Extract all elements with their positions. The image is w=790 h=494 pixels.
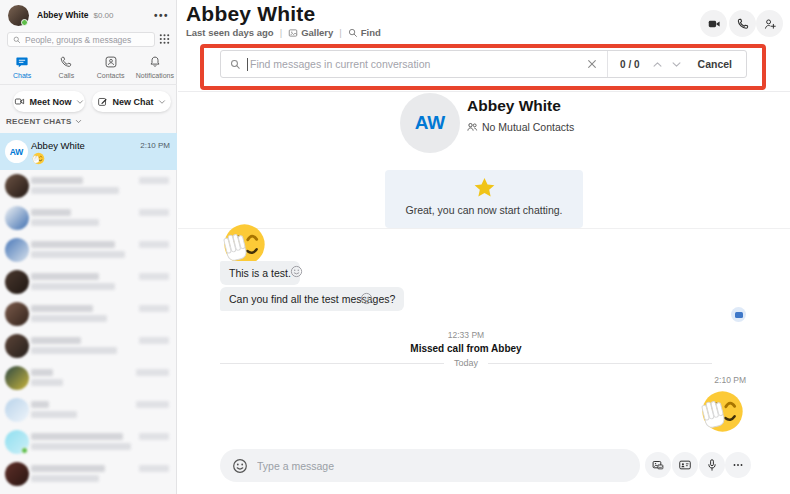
audio-call-button[interactable] <box>729 10 756 37</box>
redacted-time-bar <box>139 433 169 440</box>
chat-list-item-blurred[interactable] <box>0 426 177 458</box>
add-reaction-icon[interactable] <box>360 292 373 305</box>
chat-list-item-blurred[interactable] <box>0 266 177 298</box>
nav-label: Calls <box>59 72 75 79</box>
message-composer <box>220 449 640 482</box>
presence-dot-icon <box>21 447 28 454</box>
text-caret <box>247 58 248 71</box>
search-icon <box>230 59 241 70</box>
message-input[interactable] <box>257 460 628 472</box>
chevron-down-icon <box>76 98 84 106</box>
chat-list-item-blurred[interactable] <box>0 362 177 394</box>
find-label: Find <box>361 27 381 38</box>
find-link[interactable]: Find <box>348 27 381 38</box>
recent-chats-label: RECENT CHATS <box>6 117 72 126</box>
redacted-time-bar <box>139 337 169 344</box>
add-person-icon <box>763 17 777 31</box>
avatar: AW <box>5 140 28 163</box>
emoji-picker-icon[interactable] <box>232 458 248 474</box>
chat-list-item-selected[interactable]: AW Abbey White 2:10 PM <box>0 133 177 170</box>
avatar <box>5 302 29 326</box>
chat-list-blurred <box>0 170 177 490</box>
next-match-icon[interactable] <box>671 59 682 70</box>
profile-name[interactable]: Abbey White <box>37 10 88 20</box>
send-contact-button[interactable] <box>672 452 698 478</box>
message-bubble[interactable]: This is a test. <box>220 261 300 285</box>
chat-time: 2:10 PM <box>140 141 170 150</box>
new-chat-label: New Chat <box>112 97 153 107</box>
redacted-time-bar <box>136 369 169 376</box>
avatar <box>5 398 29 422</box>
conversation-title: Abbey White <box>186 2 315 26</box>
nav-tab-notifications[interactable]: Notifications <box>133 55 177 79</box>
nav-tab-calls[interactable]: Calls <box>44 55 88 79</box>
chat-list-item-blurred[interactable] <box>0 458 177 490</box>
chat-list-item-blurred[interactable] <box>0 202 177 234</box>
date-divider: Today <box>220 358 712 368</box>
redacted-time-bar <box>139 209 169 216</box>
avatar <box>5 334 29 358</box>
voice-message-button[interactable] <box>699 452 725 478</box>
sidebar-search[interactable] <box>7 32 155 47</box>
nav-label: Notifications <box>136 72 174 79</box>
mutual-contacts-label: No Mutual Contacts <box>482 121 574 133</box>
chat-list-item-blurred[interactable] <box>0 170 177 202</box>
previous-match-icon[interactable] <box>652 59 663 70</box>
avatar <box>5 430 29 454</box>
search-icon <box>13 36 21 44</box>
new-chat-button[interactable]: New Chat <box>92 91 171 112</box>
date-divider-label: Today <box>454 358 478 368</box>
profile-balance[interactable]: $0.00 <box>93 11 113 20</box>
ellipsis-icon <box>731 458 745 472</box>
more-options-button[interactable] <box>725 452 751 478</box>
nav-label: Chats <box>13 72 31 79</box>
gallery-link[interactable]: Gallery <box>288 27 333 38</box>
cancel-button[interactable]: Cancel <box>698 58 732 70</box>
chevron-down-icon <box>75 118 82 125</box>
more-menu-icon[interactable]: ••• <box>154 10 169 21</box>
sidebar-search-input[interactable] <box>25 35 149 45</box>
contact-name: Abbey White <box>467 97 561 115</box>
contacts-icon <box>104 55 118 69</box>
chat-list-item-blurred[interactable] <box>0 298 177 330</box>
photo-icon <box>651 458 665 472</box>
bell-icon <box>148 55 162 69</box>
contact-card-icon <box>678 458 692 472</box>
add-reaction-icon[interactable] <box>290 265 303 278</box>
separator: | <box>280 27 282 38</box>
dialpad-icon[interactable] <box>158 33 171 46</box>
avatar <box>5 238 29 262</box>
redacted-time-bar <box>136 401 169 408</box>
avatar <box>5 206 29 230</box>
chat-list-item-blurred[interactable] <box>0 234 177 266</box>
chat-list-item-blurred[interactable] <box>0 330 177 362</box>
outgoing-message-time: 2:10 PM <box>186 375 746 385</box>
redacted-time-bar <box>139 241 169 248</box>
clear-icon[interactable] <box>587 59 597 69</box>
avatar <box>5 270 29 294</box>
video-call-button[interactable] <box>700 10 727 37</box>
avatar <box>5 462 29 486</box>
recent-chats-header[interactable]: RECENT CHATS <box>6 117 82 126</box>
separator: | <box>339 27 341 38</box>
meet-now-button[interactable]: Meet Now <box>13 91 85 112</box>
find-messages-input[interactable] <box>250 58 587 70</box>
chevron-down-icon <box>158 98 166 106</box>
send-photo-button[interactable] <box>645 452 671 478</box>
message-bubble[interactable]: Can you find all the test messages? <box>220 287 404 311</box>
star-icon <box>472 176 497 201</box>
find-messages-bar: 0 / 0 Cancel <box>220 50 747 78</box>
nav-tab-chats[interactable]: Chats <box>0 55 44 79</box>
avatar[interactable] <box>8 5 29 26</box>
contact-avatar[interactable]: AW <box>400 93 460 153</box>
nav-tab-contacts[interactable]: Contacts <box>89 55 133 79</box>
add-person-button[interactable] <box>756 10 783 37</box>
chat-list-item-blurred[interactable] <box>0 394 177 426</box>
nav-label: Contacts <box>97 72 125 79</box>
people-icon <box>466 121 478 133</box>
redacted-time-bar <box>139 465 169 472</box>
divider <box>178 91 790 92</box>
facepalm-emoji-outgoing <box>700 389 745 434</box>
missed-call-block: 12:33 PM Missed call from Abbey <box>186 330 746 354</box>
compose-icon <box>97 96 108 107</box>
